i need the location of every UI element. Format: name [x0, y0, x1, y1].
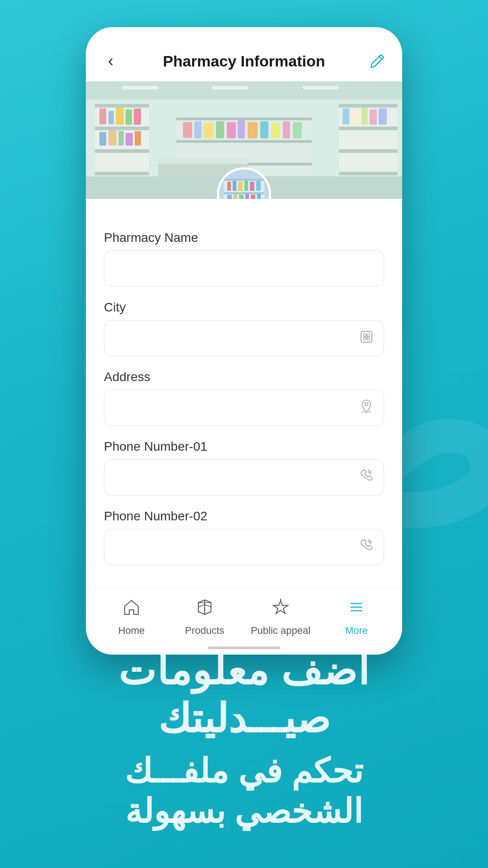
svg-rect-47 [158, 158, 249, 164]
phone1-field-group: Phone Number-01 [104, 439, 384, 495]
nav-item-more[interactable]: More [329, 597, 384, 637]
svg-rect-56 [244, 181, 248, 191]
phone2-input-wrapper[interactable] [104, 529, 384, 565]
pharmacy-name-input-wrapper[interactable] [104, 250, 384, 287]
pharmacy-name-field-group: Pharmacy Name [104, 231, 384, 287]
pharmacy-avatar[interactable]: ✓ [217, 167, 271, 199]
phone1-input[interactable] [113, 460, 358, 495]
svg-rect-3 [212, 86, 249, 90]
svg-rect-37 [339, 104, 398, 108]
svg-rect-19 [126, 133, 133, 146]
svg-rect-61 [239, 195, 244, 199]
svg-rect-63 [251, 195, 255, 199]
home-indicator [86, 641, 402, 655]
arabic-line-3: تحكم في ملفـــك [0, 751, 488, 792]
avatar-container: ✓ [217, 167, 271, 199]
phone2-input[interactable] [113, 529, 358, 565]
svg-rect-55 [238, 182, 243, 191]
svg-rect-16 [99, 132, 106, 146]
svg-rect-30 [238, 120, 245, 138]
products-icon [195, 597, 215, 621]
svg-rect-42 [352, 110, 360, 124]
phone2-field-group: Phone Number-02 [104, 509, 384, 565]
svg-rect-15 [134, 108, 141, 125]
nav-item-products[interactable]: Products [178, 597, 232, 637]
building-icon [358, 329, 375, 348]
nav-item-home[interactable]: Home [104, 597, 159, 637]
svg-rect-9 [95, 149, 149, 153]
svg-rect-32 [260, 121, 268, 138]
svg-rect-1 [86, 81, 402, 99]
svg-rect-28 [216, 121, 224, 138]
top-navigation: ‹ Pharmacy Information [86, 45, 402, 81]
back-button[interactable]: ‹ [99, 50, 122, 72]
edit-icon [368, 52, 386, 70]
arabic-line-2: صيـــدليتك [0, 695, 488, 743]
svg-rect-17 [108, 130, 117, 146]
address-label: Address [104, 370, 384, 384]
phone2-label: Phone Number-02 [104, 509, 384, 524]
home-icon [122, 597, 141, 621]
phone1-input-wrapper[interactable] [104, 459, 384, 495]
svg-rect-40 [339, 172, 398, 175]
svg-rect-8 [95, 127, 149, 130]
arabic-line-4: الشخصي بسهولة [0, 792, 488, 832]
city-field-group: City [104, 300, 384, 356]
home-indicator-bar [208, 646, 280, 649]
pharmacy-name-input[interactable] [113, 251, 375, 286]
status-bar [86, 27, 402, 45]
svg-rect-64 [257, 194, 261, 199]
svg-rect-50 [224, 179, 264, 181]
phone-icon-2 [358, 538, 375, 557]
svg-rect-58 [256, 181, 261, 191]
public-appeal-icon [271, 597, 291, 621]
svg-rect-65 [361, 331, 372, 342]
svg-rect-60 [234, 194, 237, 199]
svg-rect-57 [250, 182, 254, 191]
nav-label-more: More [345, 625, 368, 637]
hero-image: ✓ [86, 81, 402, 199]
svg-rect-7 [95, 104, 149, 108]
svg-rect-20 [135, 131, 141, 146]
back-icon: ‹ [108, 52, 113, 71]
svg-rect-59 [227, 195, 232, 199]
svg-rect-45 [379, 108, 387, 125]
svg-rect-10 [95, 172, 149, 175]
svg-rect-14 [126, 109, 132, 125]
svg-rect-38 [339, 127, 398, 130]
more-icon [347, 597, 366, 621]
svg-rect-26 [194, 121, 202, 138]
avatar-image [219, 170, 269, 199]
svg-rect-41 [343, 108, 349, 124]
svg-rect-54 [233, 181, 236, 191]
svg-rect-39 [339, 149, 398, 153]
nav-label-products: Products [185, 625, 225, 637]
svg-rect-13 [116, 108, 124, 125]
svg-point-71 [365, 402, 368, 406]
svg-rect-27 [203, 123, 213, 138]
svg-rect-43 [361, 108, 368, 125]
svg-rect-29 [227, 122, 236, 138]
arabic-tagline: أضف معلومات صيـــدليتك تحكم في ملفـــك ا… [0, 647, 488, 832]
pharmacy-name-label: Pharmacy Name [104, 231, 384, 245]
svg-rect-18 [118, 131, 124, 146]
svg-point-70 [365, 335, 368, 338]
address-field-group: Address [104, 370, 384, 426]
svg-rect-62 [245, 194, 249, 199]
nav-item-public-appeal[interactable]: Public appeal [251, 597, 310, 637]
page-title: Pharmacy Information [163, 52, 325, 70]
svg-rect-23 [176, 140, 312, 143]
address-input-wrapper[interactable] [104, 390, 384, 426]
phone1-label: Phone Number-01 [104, 439, 384, 454]
edit-button[interactable] [366, 50, 389, 72]
svg-rect-53 [227, 182, 231, 191]
city-input-wrapper[interactable] [104, 320, 384, 356]
svg-rect-2 [122, 86, 158, 90]
bottom-navigation: Home Products [86, 588, 402, 641]
svg-rect-35 [293, 122, 302, 138]
phone-screen: ‹ Pharmacy Information [86, 27, 402, 655]
city-input[interactable] [113, 321, 358, 356]
svg-rect-44 [370, 109, 377, 125]
address-input[interactable] [113, 390, 358, 425]
form-area: Pharmacy Name City [86, 199, 402, 588]
